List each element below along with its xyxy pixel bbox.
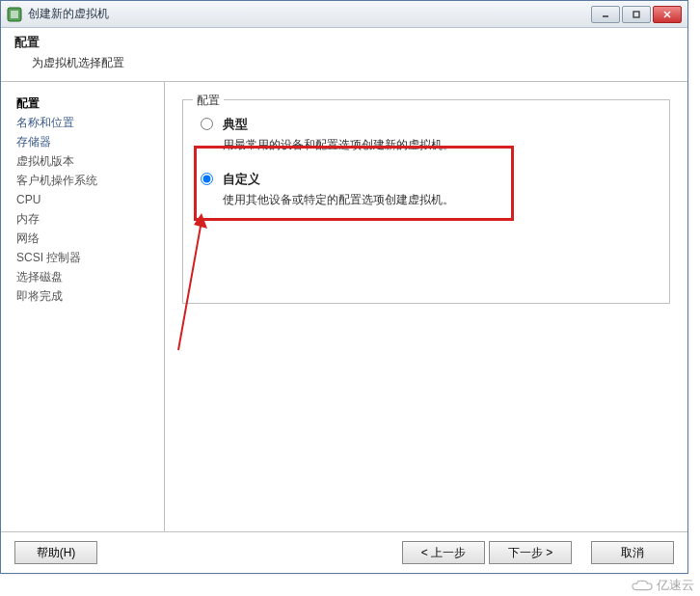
- radio-typical-desc: 用最常用的设备和配置选项创建新的虚拟机。: [201, 137, 652, 153]
- radio-custom[interactable]: [201, 173, 213, 185]
- radio-custom-label: 自定义: [223, 171, 260, 188]
- back-button[interactable]: < 上一步: [402, 541, 485, 564]
- step-storage[interactable]: 存储器: [16, 132, 154, 151]
- titlebar: 创建新的虚拟机: [1, 1, 687, 28]
- radio-custom-row[interactable]: 自定义: [201, 171, 652, 188]
- wizard-content: 配置 典型 用最常用的设备和配置选项创建新的虚拟机。 自定义 使用其他设备或特定…: [165, 82, 687, 531]
- step-select-disk[interactable]: 选择磁盘: [16, 267, 154, 286]
- dialog-window: 创建新的虚拟机 配置 为虚拟机选择配置 配置 名称和位置 存储器 虚拟机版本 客…: [0, 0, 688, 574]
- step-guest-os[interactable]: 客户机操作系统: [16, 171, 154, 190]
- help-button[interactable]: 帮助(H): [14, 541, 97, 564]
- svg-rect-1: [11, 11, 18, 18]
- step-scsi[interactable]: SCSI 控制器: [16, 248, 154, 267]
- radio-custom-desc: 使用其他设备或特定的配置选项创建虚拟机。: [201, 192, 652, 208]
- page-subtitle: 为虚拟机选择配置: [14, 55, 674, 71]
- step-name-location[interactable]: 名称和位置: [16, 113, 154, 132]
- app-icon: [7, 7, 22, 22]
- radio-typical-label: 典型: [223, 116, 248, 133]
- group-legend: 配置: [193, 93, 224, 109]
- step-ready[interactable]: 即将完成: [16, 286, 154, 306]
- step-cpu[interactable]: CPU: [16, 190, 154, 209]
- maximize-button[interactable]: [622, 6, 651, 23]
- step-configuration[interactable]: 配置: [16, 94, 154, 113]
- step-memory[interactable]: 内存: [16, 209, 154, 229]
- window-title: 创建新的虚拟机: [28, 6, 591, 22]
- next-button[interactable]: 下一步 >: [489, 541, 572, 564]
- wizard-steps-sidebar: 配置 名称和位置 存储器 虚拟机版本 客户机操作系统 CPU 内存 网络 SCS…: [1, 82, 165, 531]
- step-network[interactable]: 网络: [16, 229, 154, 248]
- wizard-header: 配置 为虚拟机选择配置: [1, 28, 687, 82]
- step-vm-version[interactable]: 虚拟机版本: [16, 151, 154, 171]
- svg-rect-3: [633, 12, 639, 17]
- radio-typical-row[interactable]: 典型: [201, 116, 652, 133]
- radio-typical[interactable]: [201, 118, 213, 130]
- wizard-body: 配置 名称和位置 存储器 虚拟机版本 客户机操作系统 CPU 内存 网络 SCS…: [1, 82, 687, 532]
- configuration-group: 配置 典型 用最常用的设备和配置选项创建新的虚拟机。 自定义 使用其他设备或特定…: [182, 99, 670, 304]
- window-controls: [591, 6, 682, 23]
- wizard-footer: 帮助(H) < 上一步 下一步 > 取消: [1, 532, 687, 573]
- watermark: 亿速云: [632, 577, 694, 594]
- minimize-button[interactable]: [591, 6, 620, 23]
- cancel-button[interactable]: 取消: [591, 541, 674, 564]
- close-button[interactable]: [653, 6, 682, 23]
- page-title: 配置: [14, 34, 674, 51]
- watermark-text: 亿速云: [657, 577, 694, 594]
